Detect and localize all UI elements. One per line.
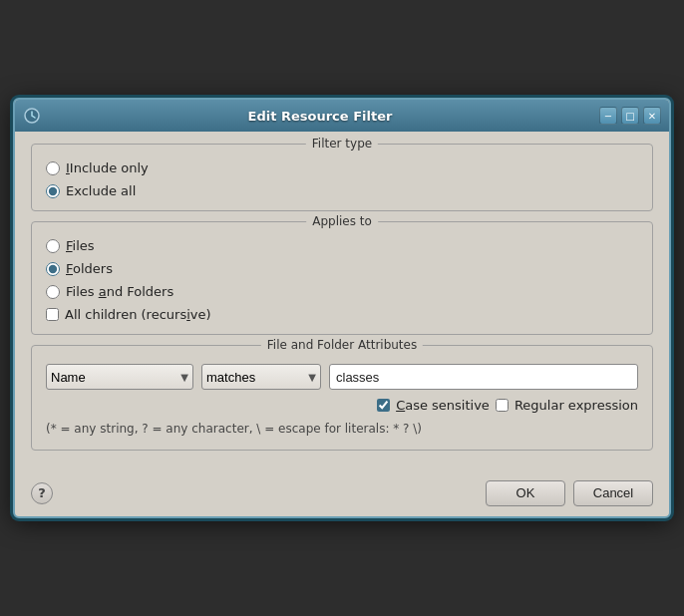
- files-row: Files: [46, 238, 638, 253]
- cancel-button[interactable]: Cancel: [573, 480, 653, 506]
- files-radio[interactable]: [46, 239, 60, 253]
- all-children-checkbox[interactable]: [46, 308, 59, 321]
- close-button[interactable]: ✕: [643, 107, 661, 125]
- case-sensitive-checkbox[interactable]: [377, 399, 390, 412]
- dialog-content: Filter type IInclude only Exclude all Ap…: [15, 132, 669, 472]
- exclude-all-label[interactable]: Exclude all: [66, 183, 136, 198]
- value-input[interactable]: [329, 364, 638, 390]
- ok-button[interactable]: OK: [486, 480, 565, 506]
- all-children-label[interactable]: All children (recursive): [65, 307, 211, 322]
- files-and-folders-label[interactable]: Files and Folders: [66, 284, 173, 299]
- regular-expression-label[interactable]: Regular expression: [514, 398, 638, 413]
- files-label[interactable]: Files: [66, 238, 95, 253]
- minimize-button[interactable]: −: [599, 107, 617, 125]
- regular-expression-checkbox[interactable]: [496, 399, 509, 412]
- folders-radio[interactable]: [46, 262, 60, 276]
- include-only-row: IInclude only: [46, 160, 638, 175]
- attribute-select-wrapper: Name Project Location Last Modified ▼: [46, 364, 193, 390]
- exclude-all-radio[interactable]: [46, 184, 60, 198]
- filter-type-label: Filter type: [306, 137, 378, 151]
- file-folder-attributes-group: File and Folder Attributes Name Project …: [31, 345, 653, 451]
- include-only-label[interactable]: IInclude only: [66, 160, 149, 175]
- attribute-controls-row: Name Project Location Last Modified ▼ ma…: [46, 364, 638, 390]
- applies-to-group: Applies to Files Folders Files and Folde…: [31, 221, 653, 335]
- restore-button[interactable]: □: [621, 107, 639, 125]
- dialog-footer: ? OK Cancel: [15, 472, 669, 516]
- files-and-folders-radio[interactable]: [46, 285, 60, 299]
- titlebar: Edit Resource Filter − □ ✕: [15, 100, 669, 132]
- help-button[interactable]: ?: [31, 482, 53, 504]
- action-buttons: OK Cancel: [486, 480, 653, 506]
- include-only-radio[interactable]: [46, 161, 60, 175]
- filter-type-group: Filter type IInclude only Exclude all: [31, 144, 653, 211]
- file-folder-attributes-label: File and Folder Attributes: [261, 338, 423, 352]
- condition-select[interactable]: matches does not match contains does not…: [201, 364, 321, 390]
- condition-select-wrapper: matches does not match contains does not…: [201, 364, 321, 390]
- folders-row: Folders: [46, 261, 638, 276]
- folders-label[interactable]: Folders: [66, 261, 113, 276]
- files-and-folders-row: Files and Folders: [46, 284, 638, 299]
- hint-text: (* = any string, ? = any character, \ = …: [46, 421, 638, 438]
- attribute-select[interactable]: Name Project Location Last Modified: [46, 364, 193, 390]
- case-expression-row: Case sensitive Regular expression: [46, 398, 638, 413]
- window-icon: [23, 107, 41, 125]
- case-sensitive-label[interactable]: Case sensitive: [396, 398, 490, 413]
- window-title: Edit Resource Filter: [47, 109, 593, 124]
- window-controls: − □ ✕: [599, 107, 661, 125]
- exclude-all-row: Exclude all: [46, 183, 638, 198]
- all-children-row: All children (recursive): [46, 307, 638, 322]
- applies-to-label: Applies to: [306, 214, 378, 228]
- edit-resource-filter-dialog: Edit Resource Filter − □ ✕ Filter type I…: [13, 98, 671, 518]
